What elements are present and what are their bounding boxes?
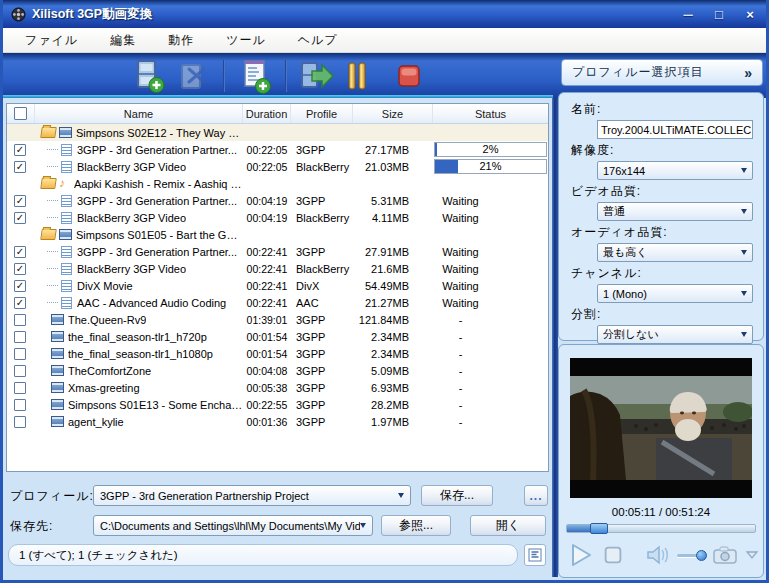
volume-icon[interactable] [645, 544, 671, 566]
column-name[interactable]: Name [35, 104, 243, 123]
audio-quality-select[interactable]: 最も高く [597, 243, 753, 262]
menu-tools[interactable]: ツール [210, 29, 282, 52]
field-channels: チャンネル:1 (Mono) [571, 265, 753, 303]
more-options-icon[interactable] [745, 550, 759, 560]
film-icon [51, 382, 64, 393]
more-button[interactable]: ... [524, 485, 548, 506]
table-row[interactable]: ✓BlackBerry 3GP Video00:04:19BlackBerry4… [7, 209, 548, 226]
column-profile[interactable]: Profile [291, 104, 353, 123]
table-row[interactable]: the_final_season-tlr1_h1080p00:01:543GPP… [7, 345, 548, 362]
duration-cell: 00:04:08 [243, 362, 291, 379]
row-checkbox[interactable]: ✓ [14, 212, 26, 224]
row-checkbox[interactable]: ✓ [14, 297, 26, 309]
video-frame[interactable] [570, 358, 752, 498]
destination-combobox[interactable]: C:\Documents and Settings\lhl\My Documen… [93, 515, 373, 536]
table-row[interactable]: ✓3GPP - 3rd Generation Partner...00:22:4… [7, 243, 548, 260]
expand-chevrons-icon[interactable]: » [744, 65, 752, 81]
column-status[interactable]: Status [433, 104, 548, 123]
row-checkbox[interactable]: ✓ [14, 263, 26, 275]
table-row[interactable]: ✓3GPP - 3rd Generation Partner...00:04:1… [7, 192, 548, 209]
table-row[interactable]: The.Queen-Rv901:39:013GPP121.84MB- [7, 311, 548, 328]
film-icon [51, 416, 64, 427]
split-value: 分割しない [603, 327, 659, 342]
status-cell: - [433, 345, 548, 362]
row-checkbox[interactable] [14, 365, 26, 377]
table-row[interactable]: ♪Aapki Kashish - Remix - Aashiq Ba... [7, 175, 548, 192]
row-checkbox[interactable] [14, 348, 26, 360]
table-row[interactable]: TheComfortZone00:04:083GPP5.09MB- [7, 362, 548, 379]
profile-panel-header[interactable]: プロフィルー選択項目 » [561, 59, 763, 86]
film-icon [51, 314, 64, 325]
stop-playback-button[interactable] [601, 543, 625, 567]
table-row[interactable]: ✓AAC - Advanced Audio Coding00:22:41AAC2… [7, 294, 548, 311]
profile-icon [61, 212, 72, 224]
tree-icon [47, 166, 58, 167]
row-checkbox[interactable]: ✓ [14, 144, 26, 156]
row-checkbox[interactable] [14, 416, 26, 428]
film-icon [59, 229, 72, 240]
field-label-video-quality: ビデオ品質: [571, 183, 753, 200]
remove-files-button[interactable] [174, 57, 212, 95]
menu-actions[interactable]: 動作 [152, 29, 210, 52]
seek-thumb[interactable] [590, 523, 608, 534]
add-profile-button[interactable] [236, 57, 274, 95]
close-button[interactable]: × [742, 7, 758, 22]
channels-value: 1 (Mono) [603, 288, 647, 300]
status-cell [433, 175, 548, 192]
row-checkbox[interactable] [14, 399, 26, 411]
split-select[interactable]: 分割しない [597, 325, 753, 344]
name-input[interactable]: Troy.2004.ULTiMATE.COLLEC [597, 120, 753, 139]
column-size[interactable]: Size [353, 104, 433, 123]
table-row[interactable]: Simpsons S01E13 - Some Enchant...00:22:5… [7, 396, 548, 413]
table-row[interactable]: ✓BlackBerry 3GP Video00:22:41BlackBerry2… [7, 260, 548, 277]
play-button[interactable] [567, 542, 593, 568]
table-row[interactable]: agent_kylie00:01:363GPP1.97MB- [7, 413, 548, 430]
row-checkbox[interactable]: ✓ [14, 246, 26, 258]
add-files-button[interactable] [130, 57, 168, 95]
profile-cell: 3GPP [291, 328, 353, 345]
duration-cell: 00:01:36 [243, 413, 291, 430]
tree-icon [47, 200, 58, 201]
minimize-button[interactable]: ─ [680, 7, 696, 22]
list-view-button[interactable] [524, 544, 546, 566]
profile-combobox[interactable]: 3GPP - 3rd Generation Partnership Projec… [93, 485, 411, 506]
table-row[interactable]: Xmas-greeting00:05:383GPP6.93MB- [7, 379, 548, 396]
menu-file[interactable]: ファイル [9, 29, 94, 52]
menu-help[interactable]: ヘルプ [282, 29, 354, 52]
profile-icon [61, 280, 72, 292]
open-button[interactable]: 開く [470, 515, 546, 536]
row-checkbox[interactable]: ✓ [14, 195, 26, 207]
row-checkbox[interactable]: ✓ [14, 161, 26, 173]
convert-button[interactable] [298, 57, 336, 95]
row-checkbox[interactable] [14, 314, 26, 326]
row-checkbox[interactable]: ✓ [14, 280, 26, 292]
status-cell: Waiting [433, 192, 548, 209]
file-name: BlackBerry 3GP Video [77, 212, 186, 224]
video-quality-select[interactable]: 普通 [597, 202, 753, 221]
volume-slider[interactable] [677, 549, 707, 562]
save-profile-button[interactable]: 保存... [421, 485, 493, 506]
table-row[interactable]: the_final_season-tlr1_h720p00:01:543GPP2… [7, 328, 548, 345]
stop-button[interactable] [390, 57, 428, 95]
seek-bar[interactable] [566, 524, 756, 533]
resolution-select[interactable]: 176x144 [597, 161, 753, 180]
window-title: Xilisoft 3GP動画変換 [32, 6, 152, 23]
column-duration[interactable]: Duration [243, 104, 291, 123]
pause-button[interactable] [342, 57, 372, 95]
table-row[interactable]: ✓3GPP - 3rd Generation Partner...00:22:0… [7, 141, 548, 158]
table-row[interactable]: Simpsons S02E12 - They Way We ... [7, 124, 548, 141]
volume-knob[interactable] [696, 550, 707, 561]
table-row[interactable]: ✓BlackBerry 3GP Video00:22:05BlackBerry2… [7, 158, 548, 175]
maximize-button[interactable]: □ [711, 7, 727, 22]
menu-edit[interactable]: 編集 [94, 29, 152, 52]
select-all-checkbox[interactable] [7, 104, 35, 123]
channels-select[interactable]: 1 (Mono) [597, 284, 753, 303]
row-checkbox[interactable] [14, 382, 26, 394]
row-checkbox[interactable] [14, 331, 26, 343]
snapshot-button[interactable] [713, 545, 739, 565]
table-row[interactable]: Simpsons S01E05 - Bart the General [7, 226, 548, 243]
table-row[interactable]: ✓DivX Movie00:22:41DivX54.49MBWaiting [7, 277, 548, 294]
browse-button[interactable]: 参照... [381, 515, 451, 536]
size-cell: 2.34MB [353, 328, 433, 345]
file-name: 3GPP - 3rd Generation Partner... [77, 195, 237, 207]
